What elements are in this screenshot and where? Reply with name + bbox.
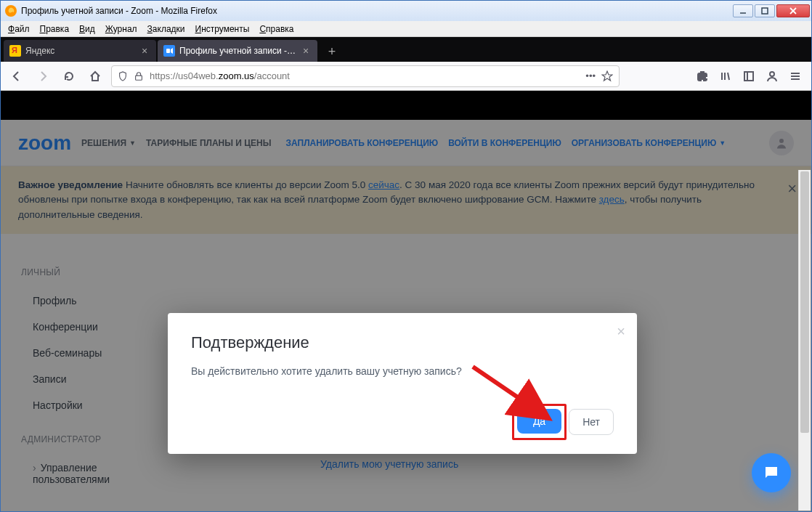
menu-file-label: айл	[15, 24, 29, 34]
svg-marker-6	[171, 48, 173, 54]
minimize-button[interactable]	[733, 4, 753, 17]
menu-icon[interactable]	[785, 66, 805, 86]
svg-marker-8	[602, 71, 612, 81]
page-content: zoom РЕШЕНИЯ▼ ТАРИФНЫЕ ПЛАНЫ И ЦЕНЫ ЗАПЛ…	[1, 91, 811, 511]
reload-button[interactable]	[59, 66, 79, 86]
menu-history[interactable]: Журнал	[101, 23, 142, 36]
menu-edit[interactable]: Правка	[36, 23, 74, 36]
tab-close-icon[interactable]: ×	[300, 45, 312, 57]
modal-text: Вы действительно хотите удалить вашу уче…	[191, 365, 614, 377]
vertical-scrollbar[interactable]	[798, 170, 811, 511]
window-titlebar: Профиль учетной записи - Zoom - Mozilla …	[1, 1, 811, 21]
maximize-button[interactable]	[755, 4, 775, 17]
sidebar-icon[interactable]	[739, 66, 759, 86]
modal-close-icon[interactable]: ×	[617, 323, 625, 340]
confirm-modal: × Подтверждение Вы действительно хотите …	[168, 313, 637, 454]
new-tab-button[interactable]: +	[322, 41, 342, 62]
confirm-no-button[interactable]: Нет	[569, 409, 614, 435]
tab-zoom[interactable]: Профиль учетной записи - Zo ×	[158, 40, 317, 62]
bookmark-star-icon[interactable]	[601, 70, 613, 82]
back-button[interactable]	[7, 66, 27, 86]
account-icon[interactable]	[762, 66, 782, 86]
address-bar[interactable]: https://us04web.zoom.us/account •••	[111, 65, 620, 87]
home-button[interactable]	[85, 66, 105, 86]
window-buttons	[733, 4, 810, 17]
page-actions-icon[interactable]: •••	[585, 70, 596, 81]
forward-button[interactable]	[33, 66, 53, 86]
svg-rect-5	[166, 49, 170, 53]
menu-tools[interactable]: Инструменты	[191, 23, 254, 36]
modal-buttons: Да Нет	[191, 409, 614, 435]
menu-bookmarks[interactable]: Закладки	[143, 23, 190, 36]
firefox-icon	[5, 5, 17, 17]
svg-rect-12	[744, 72, 753, 81]
tab-close-icon[interactable]: ×	[139, 45, 150, 57]
browser-window: Профиль учетной записи - Zoom - Mozilla …	[0, 0, 812, 512]
extensions-icon[interactable]	[692, 66, 712, 86]
confirm-yes-button[interactable]: Да	[517, 409, 561, 434]
menubar: Файл Правка Вид Журнал Закладки Инструме…	[1, 21, 811, 37]
yandex-icon	[9, 45, 21, 57]
close-window-button[interactable]	[776, 4, 810, 17]
menu-file[interactable]: Файл	[4, 23, 34, 36]
scrollbar-thumb[interactable]	[800, 171, 809, 433]
lock-icon	[134, 71, 144, 81]
svg-rect-7	[136, 76, 142, 80]
window-title: Профиль учетной записи - Zoom - Mozilla …	[21, 6, 733, 16]
tabstrip: Яндекс × Профиль учетной записи - Zo × +	[1, 37, 811, 62]
zoom-icon	[163, 45, 175, 57]
chat-fab[interactable]	[752, 453, 791, 492]
tab-yandex[interactable]: Яндекс ×	[4, 40, 156, 62]
shield-icon	[118, 71, 128, 81]
svg-line-11	[728, 73, 729, 80]
toolbar-right	[692, 66, 805, 86]
modal-title: Подтверждение	[191, 333, 614, 352]
tab-yandex-label: Яндекс	[25, 46, 134, 56]
menu-view[interactable]: Вид	[75, 23, 100, 36]
library-icon[interactable]	[715, 66, 736, 86]
svg-rect-2	[762, 8, 768, 14]
navbar: https://us04web.zoom.us/account •••	[1, 62, 811, 91]
svg-point-14	[770, 72, 774, 76]
menu-help[interactable]: Справка	[255, 23, 298, 36]
url-text: https://us04web.zoom.us/account	[150, 70, 580, 81]
tab-zoom-label: Профиль учетной записи - Zo	[179, 46, 296, 56]
